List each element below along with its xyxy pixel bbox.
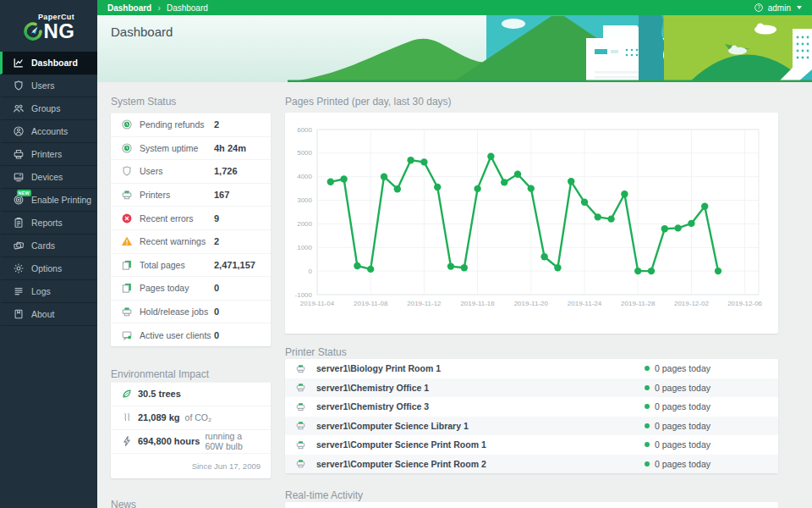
environment-label: running a 60W bulb xyxy=(205,431,261,451)
printer-row[interactable]: server1\Computer Science Print Room 2 0 … xyxy=(285,455,778,474)
user-menu[interactable]: ? admin xyxy=(754,3,802,13)
user-name[interactable]: admin xyxy=(768,3,791,13)
printer-green-icon xyxy=(121,189,133,201)
printer-name[interactable]: server1\Computer Science Print Room 2 xyxy=(316,459,486,469)
system-status-row: Recent warnings 2 xyxy=(111,229,271,253)
system-status-panel: Pending refunds 2 System uptime 4h 24m U… xyxy=(111,113,271,346)
status-label: Hold/release jobs xyxy=(140,306,214,317)
printer-status-list: server1\Biology Print Room 1 0 pages tod… xyxy=(285,359,778,473)
help-icon[interactable]: ? xyxy=(754,3,764,13)
sidebar-item[interactable]: Dashboard xyxy=(0,52,97,75)
svg-text:2019-11-20: 2019-11-20 xyxy=(514,300,549,307)
clock-icon xyxy=(121,142,133,154)
printer-row[interactable]: server1\Biology Print Room 1 0 pages tod… xyxy=(285,359,778,378)
sidebar-item[interactable]: About xyxy=(0,303,97,326)
status-label: Active user clients xyxy=(140,330,214,340)
environment-row: 21,089 kg of CO₂ xyxy=(111,406,271,429)
sidebar-item[interactable]: Reports xyxy=(0,212,97,235)
client-icon xyxy=(121,329,133,341)
warning-icon xyxy=(121,235,133,247)
svg-text:1000: 1000 xyxy=(297,244,312,251)
printer-pages-today: 0 pages today xyxy=(655,401,710,411)
system-status-row: Hold/release jobs 0 xyxy=(111,300,271,323)
svg-text:2019-11-08: 2019-11-08 xyxy=(354,300,388,307)
printer-name[interactable]: server1\Computer Science Library 1 xyxy=(316,421,469,431)
breadcrumb-root[interactable]: Dashboard xyxy=(107,3,151,13)
status-value: 1,726 xyxy=(214,166,238,176)
status-value: 167 xyxy=(214,190,229,200)
sidebar-item[interactable]: Printers xyxy=(0,143,97,166)
environment-since: Since Jun 17, 2009 xyxy=(111,453,271,478)
printer-row[interactable]: server1\Chemistry Office 3 0 pages today xyxy=(285,397,778,417)
logs-icon xyxy=(13,285,25,297)
status-value: 2,471,157 xyxy=(214,260,255,270)
printer-icon xyxy=(13,148,25,160)
realtime-activity-panel xyxy=(285,502,778,508)
papercut-dashboard: PaperCut NG xyxy=(0,0,812,508)
printer-name[interactable]: server1\Biology Print Room 1 xyxy=(316,363,441,373)
status-label: Total pages xyxy=(140,260,214,270)
clock-icon xyxy=(121,119,133,130)
papercut-g-logo-icon xyxy=(23,21,43,41)
svg-text:4000: 4000 xyxy=(297,173,312,180)
chevron-down-icon xyxy=(797,6,802,9)
status-value: 2 xyxy=(214,236,219,246)
sidebar-item[interactable]: Devices xyxy=(0,166,97,189)
sidebar-item-label: Options xyxy=(31,263,62,273)
sidebar-item-label: About xyxy=(31,309,54,319)
printer-row-icon xyxy=(295,401,306,412)
user-icon xyxy=(121,165,133,177)
sidebar-item-label: Accounts xyxy=(31,126,68,136)
leaf-icon xyxy=(121,388,133,400)
printer-row-icon xyxy=(295,458,306,469)
devices-icon xyxy=(13,171,25,183)
environmental-impact-panel: 30.5 trees 21,089 kg of CO₂ 694,800 hour… xyxy=(111,382,271,478)
printer-green-icon xyxy=(121,306,133,318)
svg-text:?: ? xyxy=(757,4,760,10)
system-status-row: System uptime 4h 24m xyxy=(111,136,271,160)
sidebar-item[interactable]: Accounts xyxy=(0,120,97,143)
sidebar-item[interactable]: Options xyxy=(0,257,97,280)
sidebar-item-label: Dashboard xyxy=(31,58,78,68)
printer-row-icon xyxy=(295,363,306,374)
sidebar-item[interactable]: Cards xyxy=(0,235,97,257)
sidebar-item[interactable]: NEW Enable Printing xyxy=(0,189,97,212)
printer-status-header: Printer Status xyxy=(285,346,778,358)
page-title: Dashboard xyxy=(111,25,173,39)
svg-text:-1000: -1000 xyxy=(295,291,313,299)
dashboard-icon xyxy=(13,57,25,69)
printer-row[interactable]: server1\Computer Science Library 1 0 pag… xyxy=(285,417,778,436)
printer-row[interactable]: server1\Chemistry Office 1 0 pages today xyxy=(285,378,778,398)
pages-printed-chart: -100001000200030004000500060002019-11-04… xyxy=(295,119,768,323)
papercut-logo[interactable]: PaperCut NG xyxy=(0,0,97,51)
pages-icon xyxy=(121,282,133,294)
sidebar-nav: Dashboard Users Groups xyxy=(0,52,97,326)
printer-row[interactable]: server1\Computer Science Print Room 1 0 … xyxy=(285,435,778,455)
printer-name[interactable]: server1\Computer Science Print Room 1 xyxy=(316,439,486,450)
svg-text:2019-12-02: 2019-12-02 xyxy=(674,300,709,307)
about-icon xyxy=(13,308,25,320)
environment-row: 694,800 hours running a 60W bulb xyxy=(111,429,271,453)
sidebar-item-label: Devices xyxy=(31,172,63,182)
new-badge: NEW xyxy=(17,190,31,196)
svg-text:2019-11-24: 2019-11-24 xyxy=(568,300,602,307)
printer-pages-today: 0 pages today xyxy=(655,459,710,469)
sidebar-item-label: Enable Printing xyxy=(31,195,91,205)
status-value: 9 xyxy=(214,213,219,224)
sidebar-item[interactable]: Logs xyxy=(0,280,97,303)
environment-label: of CO₂ xyxy=(185,412,212,422)
status-label: Recent warnings xyxy=(140,236,214,246)
svg-text:2019-12-06: 2019-12-06 xyxy=(727,300,762,307)
svg-text:6000: 6000 xyxy=(297,126,312,134)
reports-icon xyxy=(13,217,25,229)
printer-name[interactable]: server1\Chemistry Office 1 xyxy=(316,383,429,393)
users-icon xyxy=(13,80,25,91)
breadcrumb-current[interactable]: Dashboard xyxy=(167,3,208,13)
sidebar-item[interactable]: Groups xyxy=(0,97,97,120)
status-label: Recent errors xyxy=(140,213,214,224)
sidebar-item[interactable]: Users xyxy=(0,75,97,97)
status-ok-dot xyxy=(645,366,650,371)
system-status-row: Printers 167 xyxy=(111,183,271,207)
status-ok-dot xyxy=(645,423,650,428)
printer-name[interactable]: server1\Chemistry Office 3 xyxy=(316,401,429,411)
